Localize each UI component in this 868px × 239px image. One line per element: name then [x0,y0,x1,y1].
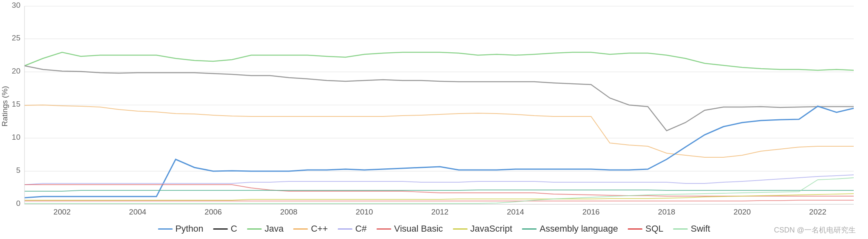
csharp-line [25,175,854,185]
legend-item-python: Python [158,223,203,234]
svg-text:20: 20 [12,67,20,75]
vb-legend-label: Visual Basic [394,223,443,234]
svg-text:2008: 2008 [280,208,297,216]
svg-text:10: 10 [12,133,20,141]
svg-text:2022: 2022 [809,208,826,216]
assembly-line [25,190,854,191]
swift-legend-line [673,228,688,230]
svg-text:30: 30 [12,1,20,9]
legend-item-csharp: C# [338,223,367,234]
chart-container: 0 5 10 15 20 25 30 Ratings (%) 2002 2004… [0,0,868,239]
csharp-legend-line [338,228,353,230]
legend-item-cpp: C++ [293,223,328,234]
svg-text:2016: 2016 [582,208,600,216]
java-legend-line [247,228,262,230]
svg-text:0: 0 [16,199,20,208]
svg-text:2010: 2010 [356,208,373,216]
svg-text:5: 5 [16,166,20,174]
java-line [25,52,854,70]
svg-text:2002: 2002 [54,208,71,216]
legend-item-assembly: Assembly language [522,223,618,234]
python-legend-line [158,228,172,230]
c-legend-label: C [231,223,237,234]
java-legend-label: Java [265,223,283,234]
sql-legend-line [628,228,643,230]
svg-text:2020: 2020 [734,208,751,216]
svg-text:2018: 2018 [658,208,675,216]
legend-item-vb: Visual Basic [377,223,443,234]
legend-item-js: JavaScript [453,223,512,234]
python-line [25,106,854,198]
legend-item-swift: Swift [673,223,710,234]
js-legend-label: JavaScript [470,223,512,234]
legend: Python C Java C++ C# Visual Basic JavaSc… [158,223,710,234]
cpp-line [25,105,854,157]
svg-text:2004: 2004 [129,208,147,216]
python-legend-label: Python [175,223,203,234]
sql-legend-label: SQL [645,223,663,234]
cpp-legend-line [293,228,308,230]
vb-legend-line [377,228,391,230]
csharp-legend-label: C# [355,223,367,234]
swift-legend-label: Swift [691,223,710,234]
watermark: CSDN @一名机电研究生 [774,225,856,235]
js-legend-line [453,228,467,230]
legend-item-c: C [213,223,237,234]
svg-text:2014: 2014 [507,208,524,216]
svg-text:Ratings (%): Ratings (%) [0,86,9,126]
c-line [25,66,854,131]
c-legend-line [213,228,228,230]
svg-text:25: 25 [12,34,20,42]
svg-text:15: 15 [12,100,20,108]
assembly-legend-line [522,228,537,230]
svg-text:2012: 2012 [431,208,449,216]
assembly-legend-label: Assembly language [540,223,618,234]
chart-svg: 0 5 10 15 20 25 30 Ratings (%) 2002 2004… [0,0,868,239]
svg-text:2006: 2006 [205,208,222,216]
cpp-legend-label: C++ [311,223,328,234]
legend-item-java: Java [247,223,283,234]
legend-item-sql: SQL [628,223,663,234]
